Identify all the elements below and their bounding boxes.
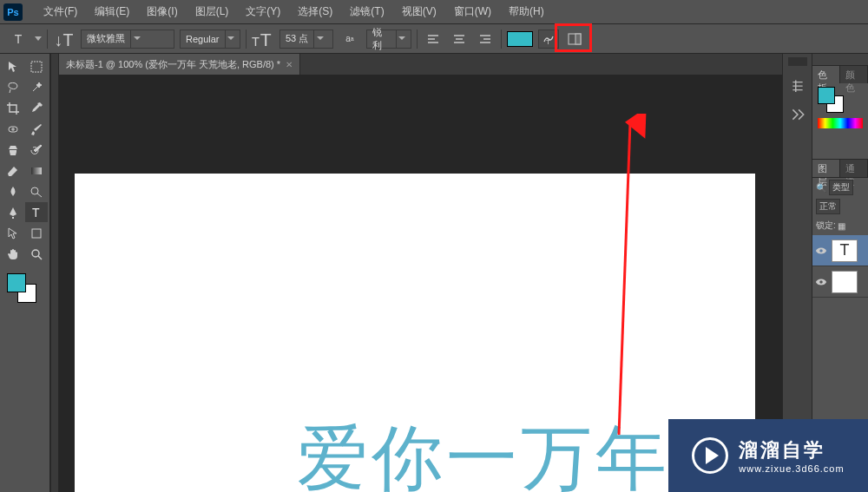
watermark: 溜溜自学 www.zixue.3d66.com — [668, 419, 868, 492]
search-icon: 🔍 — [816, 183, 826, 193]
warp-text-button[interactable]: T — [538, 30, 559, 49]
anti-alias-icon: aa — [339, 30, 361, 49]
gradient-tool[interactable] — [25, 161, 48, 180]
menu-layer[interactable]: 图层(L) — [187, 1, 238, 23]
text-orientation-button[interactable]: ↓T — [53, 30, 76, 49]
pen-tool[interactable] — [2, 202, 24, 222]
visibility-toggle-icon[interactable] — [814, 244, 828, 258]
eyedropper-tool[interactable] — [25, 98, 48, 118]
svg-rect-17 — [31, 167, 42, 174]
path-selection-tool[interactable] — [2, 223, 24, 243]
svg-text:T: T — [546, 38, 550, 46]
toolbox: T — [0, 54, 50, 492]
document-tab-title: 未标题-1 @ 100% (爱你一万年 天荒地老, RGB/8) * — [66, 58, 280, 71]
close-tab-icon[interactable]: ✕ — [286, 60, 293, 69]
watermark-url: www.zixue.3d66.com — [739, 463, 844, 474]
svg-text:↓T: ↓T — [55, 30, 74, 49]
anti-alias-value: 锐利 — [372, 26, 391, 52]
visibility-toggle-icon[interactable] — [814, 275, 828, 289]
menu-edit[interactable]: 编辑(E) — [86, 1, 138, 23]
panel-fgbg-colors[interactable] — [818, 87, 847, 113]
tool-preset-icon[interactable]: T — [7, 30, 30, 49]
menu-view[interactable]: 视图(V) — [393, 1, 445, 23]
marquee-tool[interactable] — [25, 56, 48, 76]
background-layer-thumb — [832, 271, 858, 293]
lock-pixels-icon[interactable]: ▦ — [838, 221, 845, 231]
menu-type[interactable]: 文字(Y) — [237, 1, 289, 23]
align-left-button[interactable] — [423, 30, 444, 49]
foreground-background-colors[interactable] — [2, 268, 48, 301]
svg-text:T: T — [252, 35, 260, 49]
eraser-tool[interactable] — [2, 161, 24, 180]
dodge-tool[interactable] — [25, 181, 48, 201]
font-size-icon: TT — [252, 30, 274, 49]
swatches-tab[interactable]: 色板 — [812, 66, 840, 83]
svg-rect-20 — [32, 229, 41, 238]
menu-help[interactable]: 帮助(H) — [500, 1, 553, 23]
crop-tool[interactable] — [2, 98, 24, 118]
text-layer-line1[interactable]: 爱你一万年 — [297, 411, 670, 492]
watermark-title: 溜溜自学 — [739, 437, 844, 463]
zoom-tool[interactable] — [25, 244, 48, 264]
document-canvas[interactable]: 爱你一万年 天荒地老 — [75, 174, 755, 492]
text-layer-row[interactable]: T — [812, 235, 868, 266]
svg-text:T: T — [32, 206, 40, 220]
align-right-button[interactable] — [475, 30, 496, 49]
color-tab[interactable]: 颜色 — [840, 66, 868, 83]
move-tool[interactable] — [2, 56, 24, 76]
properties-panel-icon[interactable] — [786, 104, 809, 125]
character-panel-toggle-button[interactable] — [564, 30, 585, 49]
menu-filter[interactable]: 滤镜(T) — [341, 1, 392, 23]
svg-rect-14 — [575, 34, 581, 44]
text-layer-thumb: T — [832, 239, 858, 262]
font-style-value: Regular — [186, 34, 220, 44]
foreground-color[interactable] — [7, 273, 26, 292]
menu-window[interactable]: 窗口(W) — [445, 1, 500, 23]
clone-stamp-tool[interactable] — [2, 140, 24, 160]
anti-alias-dropdown[interactable]: 锐利 — [366, 30, 411, 49]
font-style-dropdown[interactable]: Regular — [180, 30, 240, 49]
menu-image[interactable]: 图像(I) — [138, 1, 186, 23]
align-center-button[interactable] — [449, 30, 470, 49]
hand-tool[interactable] — [2, 244, 24, 264]
font-family-value: 微软雅黑 — [87, 32, 125, 45]
menu-select[interactable]: 选择(S) — [289, 1, 341, 23]
channels-tab[interactable]: 通道 — [840, 160, 868, 177]
history-brush-tool[interactable] — [25, 140, 48, 160]
svg-rect-15 — [31, 62, 42, 72]
type-tool[interactable]: T — [25, 202, 48, 222]
layers-tab[interactable]: 图层 — [812, 160, 840, 177]
font-family-dropdown[interactable]: 微软雅黑 — [81, 30, 174, 49]
play-icon — [692, 437, 728, 474]
magic-wand-tool[interactable] — [25, 77, 48, 97]
history-panel-icon[interactable] — [786, 75, 809, 95]
brush-tool[interactable] — [25, 119, 48, 139]
blend-mode-dropdown[interactable]: 正常 — [816, 199, 840, 214]
font-size-dropdown[interactable]: 53 点 — [279, 30, 333, 49]
font-size-value: 53 点 — [286, 32, 308, 45]
blur-tool[interactable] — [2, 181, 24, 201]
ps-logo: Ps — [3, 3, 23, 21]
svg-text:T: T — [260, 30, 272, 49]
svg-point-18 — [31, 187, 38, 194]
lasso-tool[interactable] — [2, 77, 24, 97]
svg-point-21 — [32, 250, 39, 257]
lock-label: 锁定: — [816, 220, 836, 232]
document-tab[interactable]: 未标题-1 @ 100% (爱你一万年 天荒地老, RGB/8) * ✕ — [59, 54, 300, 75]
shape-tool[interactable] — [25, 223, 48, 243]
background-layer-row[interactable] — [812, 266, 868, 298]
text-color-swatch[interactable] — [507, 31, 533, 47]
layer-filter-dropdown[interactable]: 类型 — [829, 180, 853, 195]
menu-file[interactable]: 文件(F) — [35, 1, 86, 23]
healing-brush-tool[interactable] — [2, 119, 24, 139]
